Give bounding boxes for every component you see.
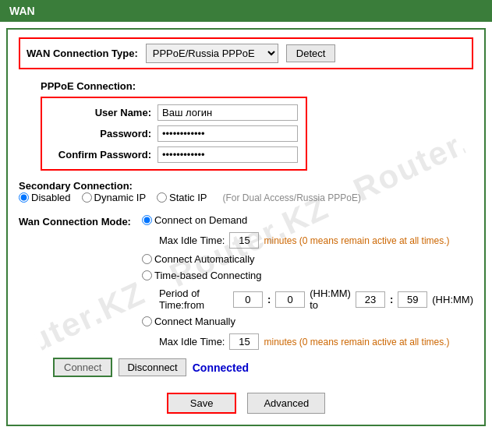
mode-options: Connect on Demand Max Idle Time: minutes… <box>142 214 473 350</box>
username-input[interactable] <box>158 104 298 121</box>
advanced-button[interactable]: Advanced <box>247 393 325 414</box>
page-header: WAN <box>0 0 492 22</box>
mode-time-period: Period of Time:from : (HH:MM) to : (HH:M… <box>159 287 473 311</box>
max-idle-note-2: minutes (0 means remain active at all ti… <box>264 337 449 347</box>
period-hhmm-2: (HH:MM) <box>432 294 473 305</box>
period-label: Period of Time:from <box>159 287 228 311</box>
confirm-label: Confirm Password: <box>50 149 151 161</box>
mode-manual-idle: Max Idle Time: minutes (0 means remain a… <box>159 333 473 350</box>
mode-demand-row: Connect on Demand <box>142 214 473 226</box>
mode-time-row: Time-based Connecting <box>142 270 473 281</box>
save-button[interactable]: Save <box>167 393 237 414</box>
main-content: WAN Connection Type: PPPoE/Russia PPPoE … <box>6 28 486 426</box>
connected-status: Connected <box>193 362 249 374</box>
wan-mode-section: Wan Connection Mode: Connect on Demand M… <box>19 214 473 350</box>
connect-row: Connect Disconnect Connected <box>53 358 473 377</box>
period-hhmm-1: (HH:MM) to <box>310 287 351 311</box>
period-to-h[interactable] <box>356 291 385 308</box>
conn-type-select[interactable]: PPPoE/Russia PPPoE Dynamic IP Static IP … <box>146 44 278 63</box>
disconnect-button[interactable]: Disconnect <box>119 358 186 376</box>
mode-demand[interactable]: Connect on Demand <box>142 214 247 226</box>
secondary-row: Secondary Connection: Disabled Dynamic I… <box>19 180 473 203</box>
secondary-dynamic[interactable]: Dynamic IP <box>82 192 146 203</box>
secondary-label: Secondary Connection: <box>19 180 133 192</box>
secondary-note: (For Dual Access/Russia PPPoE) <box>222 192 360 203</box>
mode-auto-row: Connect Automatically <box>142 253 473 265</box>
mode-time[interactable]: Time-based Connecting <box>142 270 262 281</box>
max-idle-label-2: Max Idle Time: <box>159 336 225 347</box>
password-row: Password: <box>50 125 298 142</box>
pppoe-box: User Name: Password: Confirm Password: <box>41 97 307 171</box>
secondary-radio-group: Disabled Dynamic IP Static IP (For Dual … <box>19 192 361 203</box>
confirm-input[interactable] <box>158 146 298 163</box>
secondary-static[interactable]: Static IP <box>157 192 207 203</box>
confirm-row: Confirm Password: <box>50 146 298 163</box>
secondary-disabled[interactable]: Disabled <box>19 192 71 203</box>
max-idle-input-1[interactable] <box>229 232 259 249</box>
detect-button[interactable]: Detect <box>286 44 336 62</box>
max-idle-note-1: minutes (0 means remain active at all ti… <box>264 235 449 246</box>
mode-manual-row: Connect Manually <box>142 316 473 327</box>
page-title: WAN <box>9 5 35 17</box>
pppoe-section-title: PPPoE Connection: <box>41 80 473 92</box>
period-to-m[interactable] <box>398 291 427 308</box>
wan-mode-label: Wan Connection Mode: <box>19 214 131 350</box>
password-input[interactable] <box>158 125 298 142</box>
password-label: Password: <box>50 128 151 139</box>
max-idle-label-1: Max Idle Time: <box>159 235 225 246</box>
username-label: User Name: <box>50 107 151 118</box>
username-row: User Name: <box>50 104 298 121</box>
connect-button[interactable]: Connect <box>53 358 112 377</box>
conn-type-label: WAN Connection Type: <box>27 48 138 59</box>
bottom-row: Save Advanced <box>19 388 473 414</box>
mode-auto[interactable]: Connect Automatically <box>142 253 255 265</box>
mode-demand-idle: Max Idle Time: minutes (0 means remain a… <box>159 232 473 249</box>
period-from-h[interactable] <box>233 291 263 308</box>
period-from-m[interactable] <box>275 291 305 308</box>
max-idle-input-2[interactable] <box>229 333 259 350</box>
conn-type-row: WAN Connection Type: PPPoE/Russia PPPoE … <box>19 37 473 69</box>
mode-manual[interactable]: Connect Manually <box>142 316 235 327</box>
